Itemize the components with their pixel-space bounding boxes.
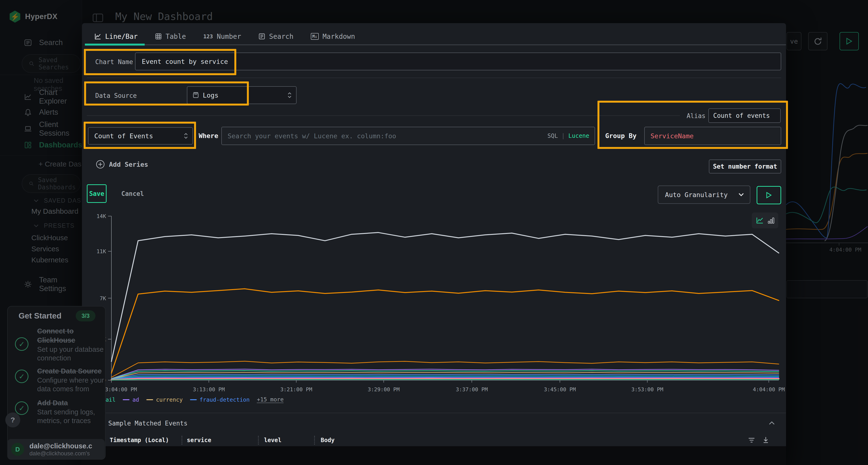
svg-text:7K: 7K [100, 295, 106, 301]
table-body-area [82, 446, 786, 465]
set-number-format-button[interactable]: Set number format [709, 160, 781, 173]
time-series-chart[interactable]: 14K11K7K3.5K0Aug 4 3:04:00 PM3:13:00 PM3… [82, 212, 786, 395]
active-tab-indicator [85, 44, 145, 45]
legend-more-link[interactable]: +15 more [257, 396, 283, 403]
run-chart-button[interactable] [756, 186, 781, 204]
where-placeholder: Search your events w/ Lucene ex. column:… [227, 132, 396, 140]
legend-item[interactable]: currency [146, 397, 183, 403]
legend-item[interactable]: email [89, 397, 116, 403]
download-icon[interactable] [763, 436, 769, 443]
cancel-button[interactable]: Cancel [118, 184, 147, 203]
query-language-toggle[interactable]: SQL | Lucene [548, 133, 589, 139]
save-button[interactable]: Save [87, 184, 106, 203]
tabbar-divider [85, 44, 786, 45]
svg-text:3.5K: 3.5K [93, 336, 106, 342]
tab-number[interactable]: 123 Number [203, 33, 241, 40]
sql-toggle[interactable]: SQL [548, 133, 558, 139]
sample-events-header[interactable]: Sample Matched Events [95, 419, 188, 427]
chart-legend: email ad currency fraud-detection +15 mo… [89, 396, 283, 403]
column-timestamp[interactable]: Timestamp (Local) [110, 437, 169, 443]
add-series-button[interactable]: Add Series [95, 160, 148, 169]
svg-text:4:04:00 PM: 4:04:00 PM [753, 387, 784, 393]
svg-text:11K: 11K [96, 248, 106, 255]
svg-text:3:21:00 PM: 3:21:00 PM [280, 387, 312, 393]
svg-text:14K: 14K [96, 213, 106, 219]
legend-item[interactable]: fraud-detection [190, 397, 250, 403]
tab-search[interactable]: Search [258, 33, 293, 40]
chart-type-tabs: Line/Bar Table 123 Number Search M↓ Mark… [87, 29, 355, 44]
where-search-input[interactable]: Search your events w/ Lucene ex. column:… [221, 127, 595, 145]
annotation-chart-name [84, 49, 236, 75]
collapse-chevron-icon[interactable] [769, 421, 775, 425]
markdown-icon: M↓ [311, 33, 318, 40]
tab-line-bar[interactable]: Line/Bar [94, 33, 138, 40]
svg-text:3:45:00 PM: 3:45:00 PM [544, 387, 576, 393]
column-level[interactable]: level [264, 437, 281, 443]
granularity-select[interactable]: Auto Granularity [658, 186, 750, 204]
column-service[interactable]: service [187, 437, 211, 443]
tab-table[interactable]: Table [155, 33, 186, 40]
svg-text:3:29:00 PM: 3:29:00 PM [368, 387, 400, 393]
list-icon [95, 419, 103, 427]
annotation-group-by [597, 101, 788, 149]
lucene-toggle[interactable]: Lucene [568, 133, 589, 139]
chevron-up-down-icon [287, 92, 292, 98]
tab-markdown[interactable]: M↓ Markdown [311, 33, 355, 40]
number-123-icon: 123 [203, 33, 213, 39]
svg-text:0: 0 [103, 377, 106, 383]
where-label: Where [199, 132, 218, 139]
plus-circle-icon [95, 160, 105, 169]
svg-text:3:53:00 PM: 3:53:00 PM [631, 387, 663, 393]
table-icon [155, 33, 162, 40]
svg-text:3:37:00 PM: 3:37:00 PM [456, 387, 488, 393]
legend-item[interactable]: ad [123, 397, 139, 403]
filter-icon[interactable] [748, 437, 755, 443]
column-body[interactable]: Body [321, 437, 335, 443]
chevron-down-icon [738, 193, 744, 196]
play-icon [766, 192, 772, 199]
search-list-icon [258, 33, 265, 40]
sample-events-table-header: Timestamp (Local) service level Body [82, 435, 786, 446]
svg-text:3:13:00 PM: 3:13:00 PM [193, 387, 225, 393]
annotation-aggregation [84, 122, 196, 149]
svg-text:Aug 4 3:04:00 PM: Aug 4 3:04:00 PM [86, 387, 137, 393]
line-bar-chart-icon [94, 33, 101, 40]
annotation-data-source [84, 81, 249, 105]
